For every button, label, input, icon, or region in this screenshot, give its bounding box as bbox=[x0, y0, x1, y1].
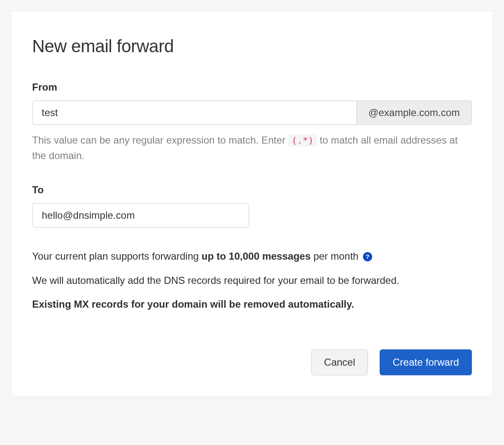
dns-note: We will automatically add the DNS record… bbox=[32, 273, 472, 288]
from-input[interactable] bbox=[32, 101, 357, 125]
from-help-prefix: This value can be any regular expression… bbox=[32, 134, 288, 146]
from-domain-suffix: @example.com.com bbox=[357, 101, 472, 125]
from-input-group: @example.com.com bbox=[32, 101, 472, 125]
from-help-text: This value can be any regular expression… bbox=[32, 132, 472, 163]
to-label: To bbox=[32, 184, 472, 196]
page-title: New email forward bbox=[32, 36, 472, 56]
plan-suffix: per month bbox=[310, 250, 361, 262]
plan-prefix: Your current plan supports forwarding bbox=[32, 250, 202, 262]
from-group: From @example.com.com This value can be … bbox=[32, 81, 472, 163]
to-input[interactable] bbox=[32, 203, 249, 228]
email-forward-form: New email forward From @example.com.com … bbox=[11, 11, 493, 397]
to-group: To bbox=[32, 184, 472, 228]
cancel-button[interactable]: Cancel bbox=[311, 349, 368, 375]
info-block: Your current plan supports forwarding up… bbox=[32, 248, 472, 312]
mx-warning: Existing MX records for your domain will… bbox=[32, 296, 472, 312]
plan-limit: up to 10,000 messages bbox=[202, 250, 310, 262]
plan-info: Your current plan supports forwarding up… bbox=[32, 248, 472, 264]
regex-code: (.*) bbox=[288, 134, 317, 147]
help-icon[interactable]: ? bbox=[363, 252, 372, 261]
create-forward-button[interactable]: Create forward bbox=[380, 349, 472, 375]
mx-warning-text: Existing MX records for your domain will… bbox=[32, 298, 354, 310]
button-row: Cancel Create forward bbox=[32, 349, 472, 375]
from-label: From bbox=[32, 81, 472, 93]
